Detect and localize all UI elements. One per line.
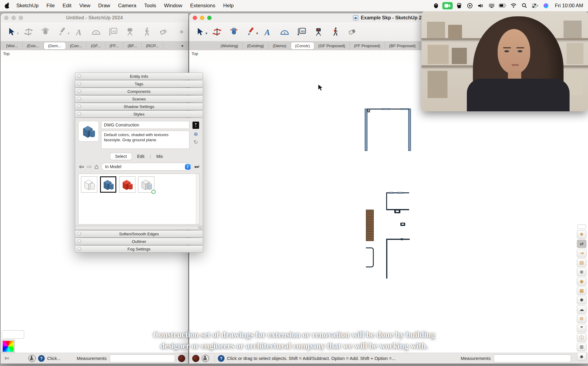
tray-section-header[interactable]: Soften/Smooth Edges [75,230,203,237]
materials-book-icon[interactable]: ▦ [577,286,586,295]
floorplan-bracket-wall[interactable] [366,247,374,267]
secondary-pane-button[interactable]: ▼ + [192,122,199,129]
menu-item[interactable]: SketchUp [12,0,43,11]
style-cubes-gray[interactable] [138,176,154,193]
menu-item[interactable]: Extensions [186,0,219,11]
walk-tool-icon[interactable] [328,25,343,39]
back-button[interactable]: ⇦ [79,164,84,170]
eraser-tool-icon[interactable] [156,25,172,39]
position-camera-tool-icon[interactable] [311,25,326,39]
play-circle-icon[interactable] [465,2,474,9]
line-tool-icon[interactable] [54,25,70,39]
protractor-tool-icon[interactable] [88,25,104,39]
home-button[interactable]: ⌂ [95,164,99,170]
select-tool-icon[interactable] [4,25,19,39]
gear-cluster-icon[interactable]: ✱ [577,296,586,304]
measurements-input[interactable] [494,355,571,362]
zoom-button[interactable] [19,16,23,20]
scene-tab[interactable]: (Demo) [269,42,291,49]
scene-camera-icon[interactable]: ⇥ [577,249,586,257]
cursor-scissors-icon[interactable]: ✄ [2,354,12,363]
control-center-icon[interactable] [531,2,540,9]
display-icon[interactable] [487,2,496,9]
menu-item[interactable]: Help [219,0,237,11]
battery-icon[interactable] [498,2,507,9]
tray-section-header[interactable]: Fog Settings [75,245,203,253]
dimension-tool-icon[interactable]: A1 [105,25,121,39]
component-sync-icon[interactable]: ⇄ [577,240,586,248]
menu-item[interactable]: View [75,0,94,11]
style-cubes-red[interactable] [119,176,135,193]
details-button[interactable]: ⏭ [195,164,199,170]
menubar-clock[interactable]: Fri 10:00 AM [555,3,583,8]
tray-section-header[interactable]: Components [75,88,203,95]
floorplan-wall[interactable] [386,239,410,240]
floorplan-wall-segment[interactable] [382,108,390,110]
menu-item[interactable]: Camera [114,0,140,11]
pan-tool-icon[interactable] [37,25,53,39]
menu-item[interactable]: File [43,0,59,11]
add-circle-icon[interactable]: ⊕ [577,268,586,276]
geolocation-icon[interactable] [202,355,209,362]
position-camera-tool-icon[interactable] [122,25,138,39]
tab-select[interactable]: Select [110,153,132,160]
section-toggle-icon[interactable] [77,112,81,116]
floorplan-wall-stub[interactable] [401,238,403,240]
text3d-tool-icon[interactable]: A [260,25,276,39]
rail-field[interactable] [577,224,586,229]
minimize-button[interactable] [11,16,16,20]
text3d-tool-icon[interactable]: A [71,25,87,39]
account-badge-icon[interactable] [192,355,199,362]
geolocation-icon[interactable] [28,355,36,362]
select-tool-icon[interactable] [192,25,208,39]
siri-icon[interactable] [541,2,551,9]
help-icon[interactable]: ? [218,355,225,362]
floorplan-wall-segment[interactable] [401,108,409,110]
scene-tab[interactable]: (GF... [87,42,105,49]
shortcuts-icon[interactable] [454,2,464,9]
scene-tabs-overflow-button[interactable]: ▼ [178,44,187,48]
section-toggle-icon[interactable] [77,239,81,243]
floorplan-wall-line[interactable] [386,192,387,210]
update-style-button[interactable]: ↻ [192,139,199,145]
info-circle-icon[interactable]: ⓘ [577,333,586,342]
protractor-tool-icon[interactable] [277,25,292,39]
collection-dropdown[interactable]: In Model ▲▼ [101,163,192,171]
pan-tool-icon[interactable] [226,25,242,39]
swatch-field[interactable] [2,330,24,339]
create-style-button[interactable]: ⊕ [192,131,199,137]
tray-resize-grip[interactable] [75,226,203,230]
scrollbar[interactable] [196,174,199,224]
floorplan-wall[interactable] [408,109,411,151]
floorplan-wall[interactable] [365,109,367,151]
floorplan-sink[interactable] [394,210,400,213]
scene-tab[interactable]: (BF Proposed) [385,42,420,49]
section-toggle-icon[interactable] [77,247,81,251]
style-cubes-blue[interactable] [100,176,116,193]
orbit-tool-icon[interactable] [209,25,225,39]
menu-item[interactable]: Edit [59,0,75,11]
scene-tab[interactable]: (Exis... [23,42,44,49]
tray-section-header[interactable]: Entity Info [75,73,203,80]
measurements-input[interactable] [110,355,175,362]
shield-upload-icon[interactable]: ◉ [577,277,586,286]
tray-section-header[interactable]: Outliner [75,238,203,245]
scene-tab[interactable]: (FF... [105,42,124,49]
style-name-field[interactable]: DWG Construction [101,121,189,129]
floorplan-wall[interactable] [386,239,387,279]
scene-tab[interactable]: (Working) [216,42,243,49]
tab-mix[interactable]: Mix [151,153,168,160]
walk-tool-icon[interactable] [139,25,155,39]
dimension-tool-icon[interactable]: A1 [294,25,309,39]
scene-tab[interactable]: (Dem... [44,42,66,49]
tray-section-header[interactable]: Shadow Settings [75,103,203,110]
close-button[interactable] [193,16,197,20]
settings-gears-icon[interactable]: ⚙ [577,315,586,323]
chat-icon[interactable]: ❞ [577,324,586,332]
search-icon[interactable] [520,2,529,9]
minimize-button[interactable] [200,16,204,20]
tray-section-header[interactable]: Tags [75,80,203,87]
scene-tab[interactable]: (Wor... [2,42,23,49]
section-toggle-icon[interactable] [77,74,81,78]
cart-icon[interactable]: ⊞ [577,343,586,351]
